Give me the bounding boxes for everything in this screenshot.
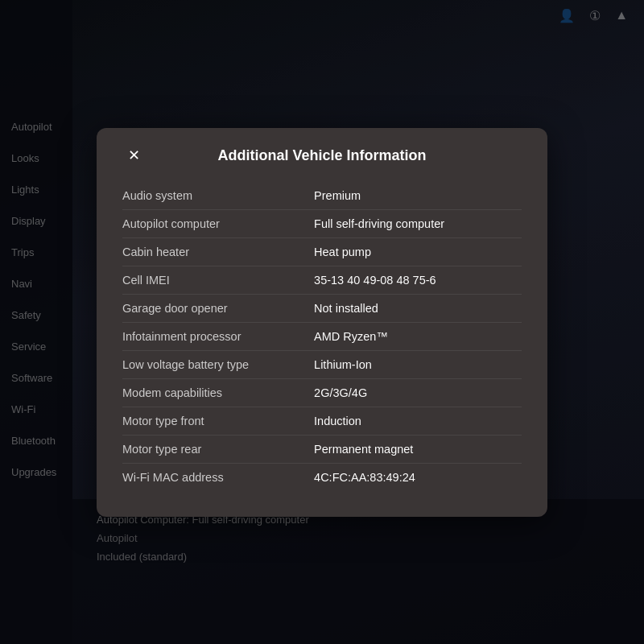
table-row: Cabin heater Heat pump bbox=[122, 238, 522, 266]
label-modem: Modem capabilities bbox=[122, 386, 314, 399]
value-infotainment: AMD Ryzen™ bbox=[314, 330, 522, 343]
label-wifi-mac: Wi-Fi MAC address bbox=[122, 471, 314, 484]
value-motor-front: Induction bbox=[314, 415, 522, 427]
modal-header: ✕ Additional Vehicle Information bbox=[122, 147, 522, 164]
modal-title: Additional Vehicle Information bbox=[122, 147, 522, 164]
table-row: Motor type front Induction bbox=[122, 407, 522, 436]
label-motor-rear: Motor type rear bbox=[122, 443, 314, 456]
value-low-voltage: Lithium-Ion bbox=[314, 358, 522, 371]
table-row: Wi-Fi MAC address 4C:FC:AA:83:49:24 bbox=[122, 464, 522, 491]
table-row: Low voltage battery type Lithium-Ion bbox=[122, 351, 522, 379]
label-low-voltage: Low voltage battery type bbox=[122, 358, 314, 371]
label-garage-door: Garage door opener bbox=[122, 302, 314, 315]
value-wifi-mac: 4C:FC:AA:83:49:24 bbox=[314, 471, 522, 484]
table-row: Infotainment processor AMD Ryzen™ bbox=[122, 323, 522, 351]
value-cell-imei: 35-13 40 49-08 48 75-6 bbox=[314, 274, 522, 287]
label-cell-imei: Cell IMEI bbox=[122, 274, 314, 287]
value-motor-rear: Permanent magnet bbox=[314, 443, 522, 456]
info-table: Audio system Premium Autopilot computer … bbox=[122, 182, 522, 491]
modal-overlay: ✕ Additional Vehicle Information Audio s… bbox=[0, 0, 644, 644]
table-row: Motor type rear Permanent magnet bbox=[122, 436, 522, 464]
close-button[interactable]: ✕ bbox=[122, 144, 145, 167]
label-motor-front: Motor type front bbox=[122, 415, 314, 427]
vehicle-info-modal: ✕ Additional Vehicle Information Audio s… bbox=[97, 128, 547, 517]
value-cabin-heater: Heat pump bbox=[314, 246, 522, 258]
table-row: Audio system Premium bbox=[122, 182, 522, 210]
table-row: Cell IMEI 35-13 40 49-08 48 75-6 bbox=[122, 266, 522, 295]
value-garage-door: Not installed bbox=[314, 302, 522, 315]
table-row: Modem capabilities 2G/3G/4G bbox=[122, 379, 522, 407]
label-cabin-heater: Cabin heater bbox=[122, 246, 314, 258]
value-audio-system: Premium bbox=[314, 189, 522, 202]
value-autopilot-computer: Full self-driving computer bbox=[314, 217, 522, 230]
table-row: Autopilot computer Full self-driving com… bbox=[122, 210, 522, 238]
value-modem: 2G/3G/4G bbox=[314, 386, 522, 399]
label-audio-system: Audio system bbox=[122, 189, 314, 202]
table-row: Garage door opener Not installed bbox=[122, 295, 522, 323]
label-autopilot-computer: Autopilot computer bbox=[122, 217, 314, 230]
label-infotainment: Infotainment processor bbox=[122, 330, 314, 343]
